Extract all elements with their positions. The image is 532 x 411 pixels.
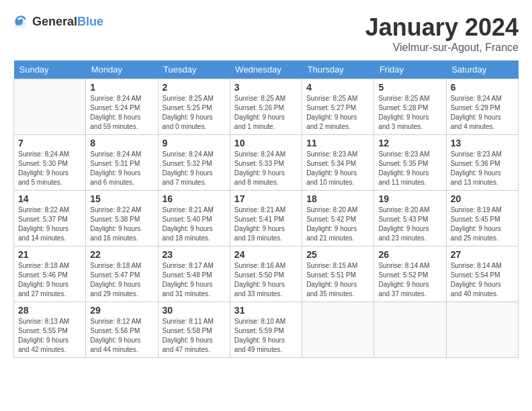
day-number: 29 — [90, 305, 153, 316]
logo-icon — [13, 13, 30, 30]
day-info: Sunrise: 8:14 AM Sunset: 5:52 PM Dayligh… — [378, 261, 441, 299]
day-number: 17 — [234, 193, 298, 204]
day-info: Sunrise: 8:10 AM Sunset: 5:59 PM Dayligh… — [234, 317, 298, 355]
title-area: January 2024 Vielmur-sur-Agout, France — [365, 13, 519, 54]
page-header: GeneralBlue January 2024 Vielmur-sur-Ago… — [13, 13, 519, 54]
day-number: 28 — [18, 305, 81, 316]
calendar-cell: 11Sunrise: 8:23 AM Sunset: 5:34 PM Dayli… — [302, 135, 374, 191]
calendar-cell: 4Sunrise: 8:25 AM Sunset: 5:27 PM Daylig… — [302, 79, 374, 135]
calendar-week-row: 28Sunrise: 8:13 AM Sunset: 5:55 PM Dayli… — [14, 302, 519, 358]
day-number: 27 — [451, 249, 514, 260]
day-info: Sunrise: 8:24 AM Sunset: 5:33 PM Dayligh… — [234, 150, 298, 187]
day-info: Sunrise: 8:15 AM Sunset: 5:51 PM Dayligh… — [306, 261, 369, 299]
calendar-cell: 17Sunrise: 8:21 AM Sunset: 5:41 PM Dayli… — [230, 191, 302, 246]
calendar-week-row: 14Sunrise: 8:22 AM Sunset: 5:37 PM Dayli… — [14, 191, 519, 246]
day-number: 3 — [234, 82, 298, 93]
day-number: 8 — [90, 138, 153, 148]
day-info: Sunrise: 8:23 AM Sunset: 5:34 PM Dayligh… — [306, 150, 369, 187]
day-info: Sunrise: 8:17 AM Sunset: 5:48 PM Dayligh… — [163, 261, 226, 299]
day-number: 9 — [163, 138, 226, 148]
day-number: 6 — [451, 82, 514, 93]
day-info: Sunrise: 8:20 AM Sunset: 5:42 PM Dayligh… — [306, 205, 369, 243]
day-info: Sunrise: 8:24 AM Sunset: 5:31 PM Dayligh… — [90, 150, 153, 187]
logo-blue: Blue — [77, 15, 103, 28]
day-number: 13 — [451, 138, 514, 148]
calendar-week-row: 1Sunrise: 8:24 AM Sunset: 5:24 PM Daylig… — [14, 79, 519, 135]
day-number: 21 — [18, 249, 81, 260]
day-info: Sunrise: 8:23 AM Sunset: 5:36 PM Dayligh… — [451, 150, 514, 187]
calendar-cell: 14Sunrise: 8:22 AM Sunset: 5:37 PM Dayli… — [14, 191, 86, 246]
day-number: 11 — [306, 138, 369, 148]
day-info: Sunrise: 8:20 AM Sunset: 5:43 PM Dayligh… — [378, 205, 441, 243]
calendar-cell: 30Sunrise: 8:11 AM Sunset: 5:58 PM Dayli… — [158, 302, 230, 358]
calendar-cell: 22Sunrise: 8:18 AM Sunset: 5:47 PM Dayli… — [86, 246, 158, 302]
calendar-cell: 2Sunrise: 8:25 AM Sunset: 5:25 PM Daylig… — [158, 79, 230, 135]
day-info: Sunrise: 8:21 AM Sunset: 5:41 PM Dayligh… — [234, 205, 298, 243]
day-info: Sunrise: 8:11 AM Sunset: 5:58 PM Dayligh… — [163, 317, 226, 355]
calendar-cell: 18Sunrise: 8:20 AM Sunset: 5:42 PM Dayli… — [302, 191, 374, 246]
day-info: Sunrise: 8:22 AM Sunset: 5:38 PM Dayligh… — [90, 205, 153, 243]
calendar-cell: 1Sunrise: 8:24 AM Sunset: 5:24 PM Daylig… — [86, 79, 158, 135]
day-number: 30 — [163, 305, 226, 316]
calendar-cell: 10Sunrise: 8:24 AM Sunset: 5:33 PM Dayli… — [230, 135, 302, 191]
calendar-cell: 20Sunrise: 8:19 AM Sunset: 5:45 PM Dayli… — [446, 191, 518, 246]
day-number: 22 — [90, 249, 153, 260]
day-number: 14 — [18, 193, 81, 204]
day-info: Sunrise: 8:24 AM Sunset: 5:32 PM Dayligh… — [163, 150, 226, 187]
calendar-cell: 12Sunrise: 8:23 AM Sunset: 5:35 PM Dayli… — [374, 135, 446, 191]
day-info: Sunrise: 8:14 AM Sunset: 5:54 PM Dayligh… — [451, 261, 514, 299]
day-info: Sunrise: 8:24 AM Sunset: 5:24 PM Dayligh… — [90, 94, 153, 132]
calendar-cell: 3Sunrise: 8:25 AM Sunset: 5:26 PM Daylig… — [230, 79, 302, 135]
day-number: 16 — [163, 193, 226, 204]
day-info: Sunrise: 8:25 AM Sunset: 5:28 PM Dayligh… — [378, 94, 441, 132]
day-number: 23 — [163, 249, 226, 260]
calendar-cell: 19Sunrise: 8:20 AM Sunset: 5:43 PM Dayli… — [374, 191, 446, 246]
calendar-cell: 6Sunrise: 8:24 AM Sunset: 5:29 PM Daylig… — [446, 79, 518, 135]
calendar-week-row: 7Sunrise: 8:24 AM Sunset: 5:30 PM Daylig… — [14, 135, 519, 191]
calendar-cell: 28Sunrise: 8:13 AM Sunset: 5:55 PM Dayli… — [14, 302, 86, 358]
header-sunday: Sunday — [14, 60, 86, 79]
calendar-cell — [446, 302, 518, 358]
calendar-cell: 13Sunrise: 8:23 AM Sunset: 5:36 PM Dayli… — [446, 135, 518, 191]
day-info: Sunrise: 8:23 AM Sunset: 5:35 PM Dayligh… — [378, 150, 441, 187]
calendar-cell — [302, 302, 374, 358]
day-info: Sunrise: 8:18 AM Sunset: 5:46 PM Dayligh… — [18, 261, 81, 299]
header-monday: Monday — [86, 60, 158, 79]
header-wednesday: Wednesday — [230, 60, 302, 79]
header-tuesday: Tuesday — [158, 60, 230, 79]
day-info: Sunrise: 8:18 AM Sunset: 5:47 PM Dayligh… — [90, 261, 153, 299]
day-number: 15 — [90, 193, 153, 204]
calendar-cell: 27Sunrise: 8:14 AM Sunset: 5:54 PM Dayli… — [446, 246, 518, 302]
calendar-cell — [374, 302, 446, 358]
day-number: 20 — [451, 193, 514, 204]
day-number: 25 — [306, 249, 369, 260]
calendar-cell — [14, 79, 86, 135]
calendar-cell: 26Sunrise: 8:14 AM Sunset: 5:52 PM Dayli… — [374, 246, 446, 302]
day-number: 1 — [90, 82, 153, 93]
calendar-week-row: 21Sunrise: 8:18 AM Sunset: 5:46 PM Dayli… — [14, 246, 519, 302]
header-thursday: Thursday — [302, 60, 374, 79]
day-info: Sunrise: 8:25 AM Sunset: 5:26 PM Dayligh… — [234, 94, 298, 132]
calendar-cell: 5Sunrise: 8:25 AM Sunset: 5:28 PM Daylig… — [374, 79, 446, 135]
calendar-header-row: SundayMondayTuesdayWednesdayThursdayFrid… — [14, 60, 519, 79]
day-info: Sunrise: 8:12 AM Sunset: 5:56 PM Dayligh… — [90, 317, 153, 355]
day-info: Sunrise: 8:21 AM Sunset: 5:40 PM Dayligh… — [163, 205, 226, 243]
day-info: Sunrise: 8:25 AM Sunset: 5:27 PM Dayligh… — [306, 94, 369, 132]
day-number: 24 — [234, 249, 298, 260]
day-number: 19 — [378, 193, 441, 204]
header-saturday: Saturday — [446, 60, 518, 79]
day-info: Sunrise: 8:16 AM Sunset: 5:50 PM Dayligh… — [234, 261, 298, 299]
calendar-cell: 24Sunrise: 8:16 AM Sunset: 5:50 PM Dayli… — [230, 246, 302, 302]
calendar-table: SundayMondayTuesdayWednesdayThursdayFrid… — [13, 60, 519, 358]
day-info: Sunrise: 8:25 AM Sunset: 5:25 PM Dayligh… — [163, 94, 226, 132]
day-info: Sunrise: 8:24 AM Sunset: 5:29 PM Dayligh… — [451, 94, 514, 132]
calendar-cell: 7Sunrise: 8:24 AM Sunset: 5:30 PM Daylig… — [14, 135, 86, 191]
location-subtitle: Vielmur-sur-Agout, France — [365, 42, 519, 54]
day-number: 31 — [234, 305, 298, 316]
day-info: Sunrise: 8:19 AM Sunset: 5:45 PM Dayligh… — [451, 205, 514, 243]
calendar-cell: 21Sunrise: 8:18 AM Sunset: 5:46 PM Dayli… — [14, 246, 86, 302]
calendar-cell: 9Sunrise: 8:24 AM Sunset: 5:32 PM Daylig… — [158, 135, 230, 191]
calendar-cell: 8Sunrise: 8:24 AM Sunset: 5:31 PM Daylig… — [86, 135, 158, 191]
logo: GeneralBlue — [13, 13, 103, 30]
calendar-cell: 15Sunrise: 8:22 AM Sunset: 5:38 PM Dayli… — [86, 191, 158, 246]
